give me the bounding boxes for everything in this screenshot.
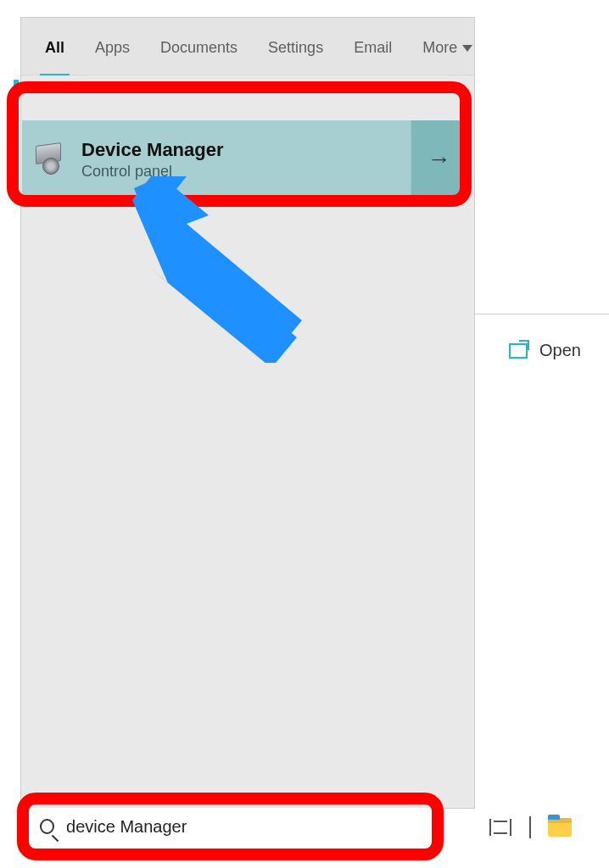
- search-icon: [40, 819, 54, 834]
- taskbar-icons: [489, 815, 572, 839]
- tab-more[interactable]: More: [417, 20, 478, 72]
- open-icon: [509, 343, 528, 359]
- tab-apps[interactable]: Apps: [90, 20, 135, 72]
- result-title: Device Manager: [81, 139, 224, 161]
- detail-open-label: Open: [539, 341, 581, 360]
- file-explorer-icon: [548, 818, 572, 837]
- device-manager-icon: [32, 144, 68, 175]
- task-view-button[interactable]: [489, 815, 512, 839]
- tab-email[interactable]: Email: [349, 20, 397, 72]
- tab-documents[interactable]: Documents: [155, 20, 243, 72]
- search-result-device-manager[interactable]: Device Manager Control panel →: [22, 120, 467, 198]
- detail-action-open[interactable]: Open: [509, 341, 581, 360]
- arrow-right-icon: →: [427, 146, 451, 173]
- tab-settings[interactable]: Settings: [263, 20, 328, 72]
- search-results-list: Device Manager Control panel →: [21, 75, 474, 808]
- taskbar-search-box[interactable]: [30, 808, 431, 845]
- search-popup: All Apps Documents Settings Email More D…: [20, 17, 475, 809]
- detail-pane-divider: [475, 314, 609, 314]
- result-text: Device Manager Control panel: [81, 139, 224, 181]
- search-input[interactable]: [66, 817, 421, 837]
- search-filter-tabs: All Apps Documents Settings Email More: [21, 18, 474, 75]
- timeline-icon: [489, 819, 511, 836]
- taskbar-divider-icon: [529, 816, 531, 838]
- tab-more-label: More: [422, 39, 457, 57]
- result-subtitle: Control panel: [81, 163, 224, 181]
- window-edge-accent: [14, 80, 19, 95]
- result-expand-button[interactable]: →: [411, 120, 467, 198]
- file-explorer-button[interactable]: [548, 815, 572, 839]
- tab-all[interactable]: All: [40, 20, 70, 72]
- chevron-down-icon: [462, 45, 472, 52]
